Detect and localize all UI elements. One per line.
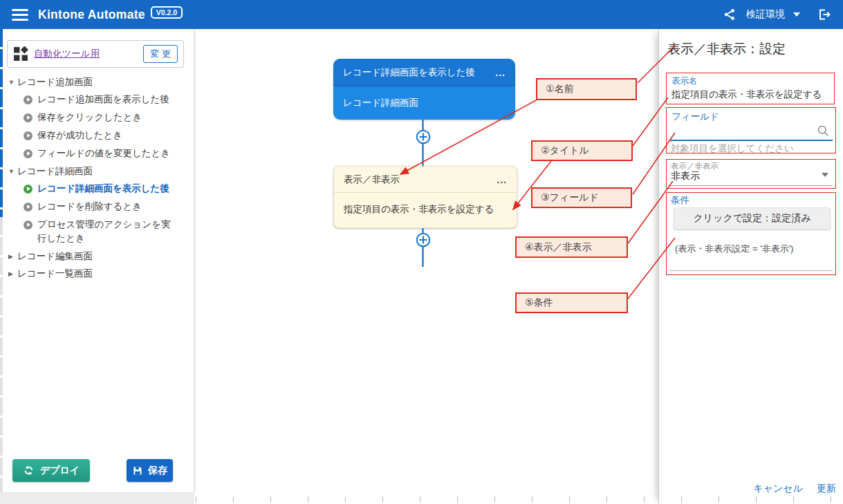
sync-icon	[23, 465, 35, 476]
display-name-label: 表示名	[671, 75, 829, 87]
sidebar: 自動化ツール用 変 更 ▼ レコード追加画面 レコード追加画面を表示した後 保存…	[3, 29, 194, 492]
condition-underline	[669, 270, 833, 271]
hamburger-menu-icon[interactable]	[12, 9, 28, 21]
tree-item[interactable]: フィールドの値を変更したとき	[3, 144, 194, 162]
event-play-icon	[24, 95, 33, 104]
event-play-icon	[24, 221, 33, 230]
tree-group-record-detail[interactable]: ▼ レコード詳細画面	[3, 162, 194, 180]
panel-title: 表示／非表示：設定	[667, 40, 843, 58]
kintone-automate-screen: Kintone Automate V0.2.0 検証環境	[0, 0, 843, 504]
tree-item[interactable]: レコード追加画面を表示した後	[3, 91, 194, 109]
app-icon	[13, 46, 28, 62]
floppy-disk-icon	[132, 465, 143, 476]
annotation-field: ③フィールド	[531, 187, 632, 208]
condition-configure-button[interactable]: クリックで設定：設定済み	[674, 207, 831, 230]
condition-label: 条件	[671, 194, 689, 207]
chevron-collapsed-icon: ▶	[8, 253, 17, 260]
flow-node-trigger[interactable]: レコード詳細画面を表示した後 ... レコード詳細画面	[333, 59, 515, 120]
change-app-button[interactable]: 変 更	[143, 45, 178, 63]
node-subtitle: 指定項目の表示・非表示を設定する	[344, 203, 494, 216]
save-button[interactable]: 保存	[127, 459, 173, 482]
event-play-icon	[24, 203, 33, 212]
node-menu-icon[interactable]: ...	[495, 70, 506, 75]
tree-group-record-list[interactable]: ▶ レコード一覧画面	[3, 265, 194, 282]
bottom-left-strip	[0, 492, 194, 504]
chevron-expanded-icon: ▼	[8, 168, 17, 175]
share-icon[interactable]	[723, 8, 737, 21]
deploy-button[interactable]: デプロイ	[12, 459, 90, 482]
select-underline	[669, 185, 833, 186]
canvas-ruler-ticks	[196, 496, 843, 503]
tree-group-record-edit[interactable]: ▶ レコード編集画面	[3, 248, 194, 265]
chevron-collapsed-icon: ▶	[8, 270, 17, 277]
field-input-placeholder[interactable]: 対象項目を選択してください	[671, 142, 794, 155]
event-play-icon	[24, 113, 33, 122]
left-edge-strip-lower	[0, 217, 3, 492]
node-title: 表示／非表示	[344, 174, 400, 186]
annotation-visibility: ④表示／非表示	[515, 236, 628, 258]
tree-item-active[interactable]: レコード詳細画面を表示した後	[3, 180, 194, 198]
app-header: Kintone Automate V0.2.0 検証環境	[0, 0, 843, 29]
logout-icon[interactable]	[817, 8, 832, 21]
flow-node-action[interactable]: 表示／非表示 ... 指定項目の表示・非表示を設定する	[333, 166, 517, 228]
annotation-title: ②タイトル	[531, 140, 633, 161]
app-card: 自動化ツール用 変 更	[7, 40, 184, 68]
add-step-button[interactable]	[416, 129, 431, 144]
event-tree: ▼ レコード追加画面 レコード追加画面を表示した後 保存をクリックしたとき 保存…	[3, 73, 194, 282]
left-edge-strip	[0, 29, 3, 217]
field-input-underline	[670, 140, 833, 141]
app-title: Kintone Automate	[38, 8, 145, 22]
node-subtitle: レコード詳細画面	[343, 97, 418, 109]
annotation-condition: ⑤条件	[515, 292, 628, 313]
event-play-icon	[24, 131, 33, 140]
version-badge: V0.2.0	[151, 6, 183, 19]
tree-item[interactable]: 保存が成功したとき	[3, 127, 194, 144]
update-button[interactable]: 更新	[817, 483, 836, 495]
node-title: レコード詳細画面を表示した後	[343, 66, 475, 79]
visibility-value: 非表示	[671, 170, 700, 183]
field-label: フィールド	[671, 111, 719, 123]
cancel-button[interactable]: キャンセル	[753, 483, 803, 495]
environment-dropdown-caret-icon[interactable]	[793, 12, 800, 17]
environment-label: 検証環境	[746, 8, 785, 21]
event-play-icon	[24, 149, 33, 158]
search-icon[interactable]	[817, 124, 830, 140]
panel-actions: キャンセル 更新	[753, 483, 836, 495]
tree-item[interactable]: 保存をクリックしたとき	[3, 109, 194, 127]
tree-group-record-add[interactable]: ▼ レコード追加画面	[3, 73, 194, 91]
display-name-field: 表示名 指定項目の表示・非表示を設定する	[666, 73, 835, 104]
field-select-field: フィールド 対象項目を選択してください	[666, 107, 836, 153]
settings-panel: 表示／非表示：設定 表示名 指定項目の表示・非表示を設定する フィールド 対象項…	[658, 29, 843, 504]
sidebar-footer: デプロイ 保存	[3, 459, 194, 491]
visibility-select[interactable]: 表示／非表示 非表示	[666, 159, 836, 189]
display-name-value[interactable]: 指定項目の表示・非表示を設定する	[671, 88, 829, 101]
annotation-name: ①名前	[536, 78, 637, 100]
condition-expression: (表示・非表示設定 = '非表示')	[675, 243, 793, 255]
node-menu-icon[interactable]: ...	[497, 177, 507, 183]
chevron-expanded-icon: ▼	[8, 79, 17, 86]
event-play-icon-active	[24, 185, 33, 194]
tree-item[interactable]: プロセス管理のアクションを実行したとき	[3, 216, 194, 248]
app-name-link[interactable]: 自動化ツール用	[34, 48, 100, 60]
select-caret-icon[interactable]	[822, 173, 828, 177]
add-step-button[interactable]	[416, 232, 431, 248]
tree-item[interactable]: レコードを削除するとき	[3, 198, 194, 216]
condition-section: 条件 クリックで設定：設定済み (表示・非表示設定 = '非表示')	[666, 192, 836, 275]
